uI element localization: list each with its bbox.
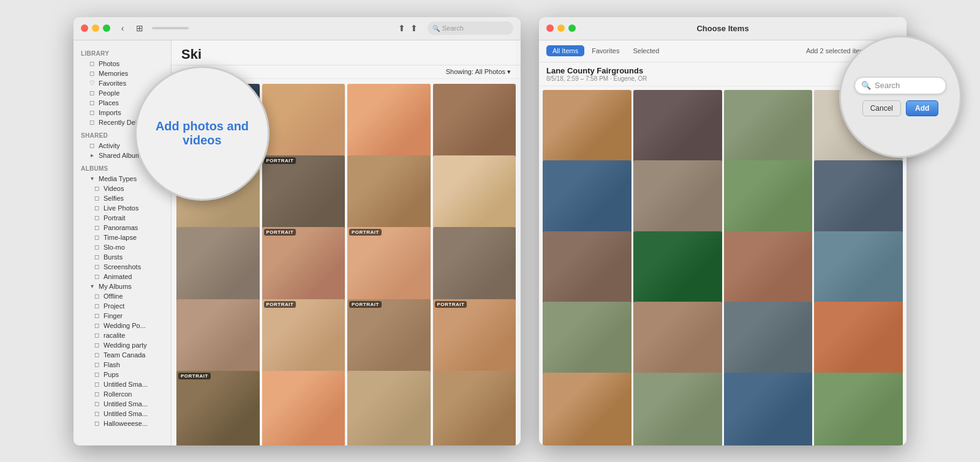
photo-cell[interactable]: PORTRAIT (262, 227, 345, 310)
sidebar-item-offline[interactable]: ◻ Offline (76, 291, 168, 301)
sidebar-item-animated[interactable]: ◻ Animated (76, 272, 168, 281)
recently-deleted-icon: ◻ (88, 119, 96, 125)
photo-cell[interactable] (433, 227, 516, 310)
export-icon[interactable]: ⬆ (410, 23, 418, 33)
sidebar-item-untitled1[interactable]: ◻ Untitled Sma... (76, 379, 168, 389)
sidebar-item-photos[interactable]: ◻ Photos (76, 59, 168, 69)
photo-cell[interactable] (262, 84, 345, 167)
bursts-icon: ◻ (93, 253, 100, 260)
sidebar-item-live-photos[interactable]: ◻ Live Photos (76, 203, 168, 213)
sidebar-item-screenshots[interactable]: ◻ Screenshots (76, 262, 168, 272)
cancel-button-zoom[interactable]: Cancel (862, 100, 901, 116)
modal-photo-cell[interactable] (724, 373, 813, 445)
sidebar-item-time-lapse[interactable]: ◻ Time-lapse (76, 233, 168, 242)
photo-cell[interactable] (433, 155, 516, 239)
sidebar-item-project[interactable]: ◻ Project (76, 301, 168, 311)
sidebar-label-activity: Activity (99, 142, 120, 149)
modal-title-text: Choose Items (696, 24, 748, 33)
portrait-badge: PORTRAIT (349, 301, 382, 308)
photo-cell[interactable]: PORTRAIT (347, 227, 431, 310)
favorites-icon: ♡ (88, 80, 96, 86)
sidebar-item-bursts[interactable]: ◻ Bursts (76, 252, 168, 262)
sidebar-label-portrait: Portrait (104, 214, 125, 222)
sidebar-item-panoramas[interactable]: ◻ Panoramas (76, 223, 168, 233)
modal-titlebar: Choose Items (539, 17, 907, 40)
photo-cell[interactable] (347, 155, 431, 239)
sidebar-item-racalite[interactable]: ◻ racalite (76, 330, 168, 340)
activity-icon: ◻ (88, 142, 96, 149)
sidebar-item-memories[interactable]: ◻ Memories (76, 69, 168, 78)
add-button-zoom[interactable]: Add (906, 100, 938, 116)
maximize-button[interactable] (103, 24, 110, 32)
sidebar-item-flash[interactable]: ◻ Flash (76, 360, 168, 370)
modal-maximize-button[interactable] (568, 24, 576, 32)
sidebar-label-untitled1: Untitled Sma... (104, 381, 148, 388)
photo-cell[interactable]: PORTRAIT (262, 299, 345, 382)
sidebar-label-untitled2: Untitled Sma... (104, 400, 148, 408)
tab-favorites[interactable]: Favorites (586, 45, 625, 56)
sidebar-item-team-canada[interactable]: ◻ Team Canada (76, 350, 168, 360)
sidebar-label-live-photos: Live Photos (104, 204, 138, 212)
people-icon: ◻ (88, 89, 96, 96)
minimize-button[interactable] (92, 24, 99, 32)
modal-minimize-button[interactable] (557, 24, 565, 32)
library-section-title: Library (74, 45, 171, 59)
sidebar-label-pups: Pups (104, 371, 119, 378)
modal-photo-cell[interactable] (814, 373, 903, 445)
sidebar-item-wedding-party[interactable]: ◻ Wedding party (76, 340, 168, 350)
photo-cell[interactable]: PORTRAIT (176, 371, 260, 445)
time-lapse-icon: ◻ (93, 234, 100, 240)
sidebar-label-people: People (99, 89, 119, 97)
photo-cell[interactable] (262, 371, 345, 445)
zoom-search-text: Search (875, 81, 900, 90)
photo-cell[interactable] (347, 84, 431, 167)
zoom-search-bar[interactable]: 🔍 Search (854, 77, 946, 94)
showing-dropdown[interactable]: Showing: All Photos ▾ (446, 68, 511, 76)
sidebar-label-favorites: Favorites (99, 80, 126, 87)
photo-cell[interactable]: PORTRAIT (433, 299, 516, 382)
photo-cell[interactable]: PORTRAIT (262, 155, 345, 239)
photo-cell[interactable] (433, 84, 516, 167)
sidebar-item-finger[interactable]: ◻ Finger (76, 311, 168, 321)
share-icon[interactable]: ⬆ (398, 23, 405, 33)
sidebar-label-selfies: Selfies (104, 195, 124, 202)
sidebar-item-wedding-pos[interactable]: ◻ Wedding Po... (76, 321, 168, 330)
search-placeholder-w1: Search (442, 24, 464, 32)
sidebar-item-selfies[interactable]: ◻ Selfies (76, 193, 168, 203)
photo-cell[interactable] (347, 371, 431, 445)
sidebar-item-slo-mo[interactable]: ◻ Slo-mo (76, 242, 168, 252)
sidebar-item-videos[interactable]: ◻ Videos (76, 184, 168, 193)
shared-albums-icon: ▸ (88, 152, 96, 158)
traffic-lights-2 (546, 24, 576, 32)
grid-view-button[interactable]: ⊞ (132, 21, 147, 35)
sidebar-item-rollercon[interactable]: ◻ Rollercon (76, 389, 168, 399)
sidebar-label-videos: Videos (104, 185, 124, 192)
animated-icon: ◻ (93, 273, 100, 280)
photo-cell[interactable] (433, 371, 516, 445)
sidebar-item-halloweeese[interactable]: ◻ Halloweeese... (76, 419, 168, 428)
photo-cell[interactable]: PORTRAIT (347, 299, 431, 382)
close-button[interactable] (81, 24, 88, 32)
tab-all-items[interactable]: All Items (546, 45, 584, 56)
team-canada-icon: ◻ (93, 351, 100, 358)
rollercon-icon: ◻ (93, 390, 100, 397)
photo-cell[interactable] (176, 299, 260, 382)
modal-photo-cell[interactable] (633, 373, 722, 445)
tab-selected[interactable]: Selected (627, 45, 665, 56)
sidebar-item-untitled2[interactable]: ◻ Untitled Sma... (76, 399, 168, 409)
slider[interactable] (152, 27, 189, 29)
modal-photo-cell[interactable] (543, 373, 631, 445)
memories-icon: ◻ (88, 70, 96, 76)
modal-close-button[interactable] (546, 24, 554, 32)
my-albums-icon: ▾ (88, 283, 96, 289)
sidebar-label-memories: Memories (99, 70, 128, 77)
sidebar-item-portrait[interactable]: ◻ Portrait (76, 213, 168, 223)
search-field-w1[interactable]: 🔍 Search (428, 21, 513, 35)
sidebar-item-untitled3[interactable]: ◻ Untitled Sma... (76, 409, 168, 419)
sidebar-item-pups[interactable]: ◻ Pups (76, 370, 168, 379)
sidebar-label-wedding-party: Wedding party (104, 341, 147, 349)
modal-tabs: All Items Favorites Selected (546, 45, 665, 56)
back-button[interactable]: ‹ (115, 21, 130, 35)
photo-cell[interactable] (176, 227, 260, 310)
sidebar-item-my-albums[interactable]: ▾ My Albums (76, 281, 168, 291)
